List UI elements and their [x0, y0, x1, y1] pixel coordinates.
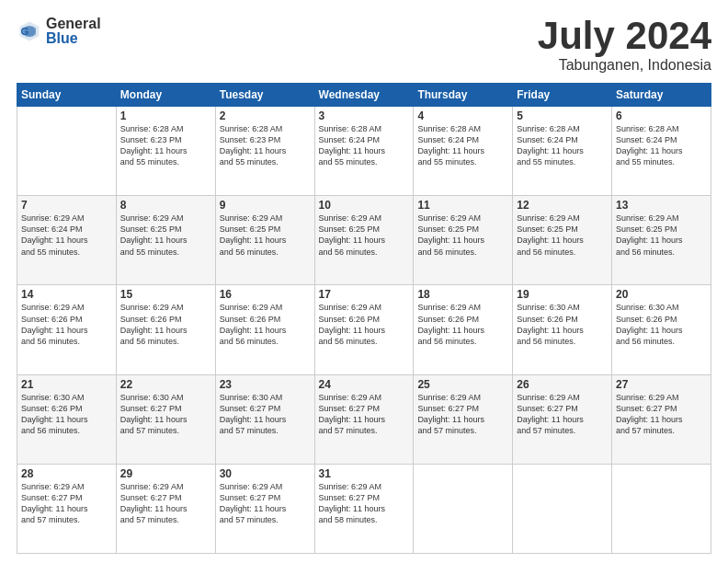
day-cell: 2Sunrise: 6:28 AM Sunset: 6:23 PM Daylig… — [215, 107, 314, 196]
svg-text:G: G — [20, 26, 28, 37]
day-info: Sunrise: 6:30 AM Sunset: 6:27 PM Dayligh… — [220, 392, 311, 437]
day-info: Sunrise: 6:29 AM Sunset: 6:27 PM Dayligh… — [616, 392, 707, 437]
col-friday: Friday — [513, 84, 612, 107]
day-number: 28 — [21, 467, 112, 480]
logo: G General Blue — [17, 17, 101, 46]
day-cell: 1Sunrise: 6:28 AM Sunset: 6:23 PM Daylig… — [116, 107, 215, 196]
day-number: 30 — [220, 467, 311, 480]
day-cell: 29Sunrise: 6:29 AM Sunset: 6:27 PM Dayli… — [116, 464, 215, 553]
day-info: Sunrise: 6:29 AM Sunset: 6:27 PM Dayligh… — [120, 481, 211, 526]
day-cell: 11Sunrise: 6:29 AM Sunset: 6:25 PM Dayli… — [414, 196, 513, 285]
day-info: Sunrise: 6:29 AM Sunset: 6:26 PM Dayligh… — [417, 302, 508, 347]
day-cell: 23Sunrise: 6:30 AM Sunset: 6:27 PM Dayli… — [215, 374, 314, 464]
day-info: Sunrise: 6:29 AM Sunset: 6:26 PM Dayligh… — [120, 302, 211, 347]
day-cell: 24Sunrise: 6:29 AM Sunset: 6:27 PM Dayli… — [314, 374, 414, 464]
day-info: Sunrise: 6:28 AM Sunset: 6:24 PM Dayligh… — [616, 123, 707, 168]
day-info: Sunrise: 6:29 AM Sunset: 6:25 PM Dayligh… — [517, 213, 608, 258]
day-number: 8 — [120, 199, 211, 212]
week-row-4: 21Sunrise: 6:30 AM Sunset: 6:26 PM Dayli… — [17, 374, 711, 464]
day-cell: 27Sunrise: 6:29 AM Sunset: 6:27 PM Dayli… — [612, 374, 711, 464]
page: G General Blue July 2024 Tabunganen, Ind… — [0, 0, 728, 563]
day-info: Sunrise: 6:28 AM Sunset: 6:24 PM Dayligh… — [517, 123, 608, 168]
day-cell: 17Sunrise: 6:29 AM Sunset: 6:26 PM Dayli… — [314, 285, 414, 374]
day-info: Sunrise: 6:29 AM Sunset: 6:27 PM Dayligh… — [517, 392, 608, 437]
logo-blue-text: Blue — [46, 31, 101, 46]
day-number: 21 — [21, 378, 112, 391]
day-number: 23 — [220, 378, 311, 391]
day-cell: 28Sunrise: 6:29 AM Sunset: 6:27 PM Dayli… — [17, 464, 117, 553]
day-number: 11 — [417, 199, 508, 212]
day-cell: 4Sunrise: 6:28 AM Sunset: 6:24 PM Daylig… — [414, 107, 513, 196]
day-info: Sunrise: 6:29 AM Sunset: 6:24 PM Dayligh… — [21, 213, 112, 258]
day-info: Sunrise: 6:30 AM Sunset: 6:26 PM Dayligh… — [21, 392, 112, 437]
day-number: 18 — [417, 288, 508, 301]
day-cell: 7Sunrise: 6:29 AM Sunset: 6:24 PM Daylig… — [17, 196, 117, 285]
day-number: 1 — [120, 109, 211, 122]
day-info: Sunrise: 6:29 AM Sunset: 6:25 PM Dayligh… — [120, 213, 211, 258]
title-block: July 2024 Tabunganen, Indonesia — [538, 17, 711, 74]
day-info: Sunrise: 6:29 AM Sunset: 6:26 PM Dayligh… — [220, 302, 311, 347]
day-info: Sunrise: 6:29 AM Sunset: 6:25 PM Dayligh… — [220, 213, 311, 258]
day-number: 5 — [517, 109, 608, 122]
week-row-1: 1Sunrise: 6:28 AM Sunset: 6:23 PM Daylig… — [17, 107, 711, 196]
month-title: July 2024 — [538, 17, 711, 55]
day-cell: 21Sunrise: 6:30 AM Sunset: 6:26 PM Dayli… — [17, 374, 117, 464]
day-info: Sunrise: 6:29 AM Sunset: 6:27 PM Dayligh… — [220, 481, 311, 526]
day-cell: 9Sunrise: 6:29 AM Sunset: 6:25 PM Daylig… — [215, 196, 314, 285]
col-sunday: Sunday — [17, 84, 117, 107]
day-number: 20 — [616, 288, 707, 301]
day-cell — [17, 107, 117, 196]
day-number: 26 — [517, 378, 608, 391]
col-saturday: Saturday — [612, 84, 711, 107]
day-cell: 31Sunrise: 6:29 AM Sunset: 6:27 PM Dayli… — [314, 464, 414, 553]
day-number: 9 — [220, 199, 311, 212]
day-cell: 26Sunrise: 6:29 AM Sunset: 6:27 PM Dayli… — [513, 374, 612, 464]
day-info: Sunrise: 6:29 AM Sunset: 6:25 PM Dayligh… — [417, 213, 508, 258]
day-number: 31 — [319, 467, 410, 480]
day-cell: 30Sunrise: 6:29 AM Sunset: 6:27 PM Dayli… — [215, 464, 314, 553]
day-info: Sunrise: 6:28 AM Sunset: 6:24 PM Dayligh… — [417, 123, 508, 168]
day-number: 12 — [517, 199, 608, 212]
weekday-header-row: Sunday Monday Tuesday Wednesday Thursday… — [17, 84, 711, 107]
day-info: Sunrise: 6:30 AM Sunset: 6:27 PM Dayligh… — [120, 392, 211, 437]
day-info: Sunrise: 6:29 AM Sunset: 6:25 PM Dayligh… — [616, 213, 707, 258]
location-subtitle: Tabunganen, Indonesia — [538, 57, 711, 74]
day-number: 19 — [517, 288, 608, 301]
day-info: Sunrise: 6:28 AM Sunset: 6:23 PM Dayligh… — [120, 123, 211, 168]
day-cell: 10Sunrise: 6:29 AM Sunset: 6:25 PM Dayli… — [314, 196, 414, 285]
logo-general-text: General — [46, 17, 101, 31]
day-number: 10 — [319, 199, 410, 212]
day-info: Sunrise: 6:28 AM Sunset: 6:24 PM Dayligh… — [319, 123, 410, 168]
day-cell: 16Sunrise: 6:29 AM Sunset: 6:26 PM Dayli… — [215, 285, 314, 374]
day-info: Sunrise: 6:29 AM Sunset: 6:27 PM Dayligh… — [319, 392, 410, 437]
day-cell: 3Sunrise: 6:28 AM Sunset: 6:24 PM Daylig… — [314, 107, 414, 196]
week-row-3: 14Sunrise: 6:29 AM Sunset: 6:26 PM Dayli… — [17, 285, 711, 374]
day-cell: 25Sunrise: 6:29 AM Sunset: 6:27 PM Dayli… — [414, 374, 513, 464]
logo-text: General Blue — [46, 17, 101, 46]
col-tuesday: Tuesday — [215, 84, 314, 107]
generalblue-icon: G — [17, 18, 42, 44]
day-number: 29 — [120, 467, 211, 480]
day-number: 25 — [417, 378, 508, 391]
day-cell: 13Sunrise: 6:29 AM Sunset: 6:25 PM Dayli… — [612, 196, 711, 285]
day-number: 3 — [319, 109, 410, 122]
day-info: Sunrise: 6:29 AM Sunset: 6:25 PM Dayligh… — [319, 213, 410, 258]
day-number: 7 — [21, 199, 112, 212]
day-info: Sunrise: 6:29 AM Sunset: 6:26 PM Dayligh… — [21, 302, 112, 347]
calendar-table: Sunday Monday Tuesday Wednesday Thursday… — [17, 83, 711, 554]
col-thursday: Thursday — [414, 84, 513, 107]
day-cell — [612, 464, 711, 553]
day-number: 17 — [319, 288, 410, 301]
day-info: Sunrise: 6:29 AM Sunset: 6:27 PM Dayligh… — [417, 392, 508, 437]
day-number: 14 — [21, 288, 112, 301]
header: G General Blue July 2024 Tabunganen, Ind… — [17, 17, 711, 74]
day-cell: 22Sunrise: 6:30 AM Sunset: 6:27 PM Dayli… — [116, 374, 215, 464]
day-cell: 18Sunrise: 6:29 AM Sunset: 6:26 PM Dayli… — [414, 285, 513, 374]
day-cell: 5Sunrise: 6:28 AM Sunset: 6:24 PM Daylig… — [513, 107, 612, 196]
day-number: 27 — [616, 378, 707, 391]
day-cell: 19Sunrise: 6:30 AM Sunset: 6:26 PM Dayli… — [513, 285, 612, 374]
day-info: Sunrise: 6:29 AM Sunset: 6:27 PM Dayligh… — [319, 481, 410, 526]
day-cell — [414, 464, 513, 553]
col-monday: Monday — [116, 84, 215, 107]
day-cell: 12Sunrise: 6:29 AM Sunset: 6:25 PM Dayli… — [513, 196, 612, 285]
